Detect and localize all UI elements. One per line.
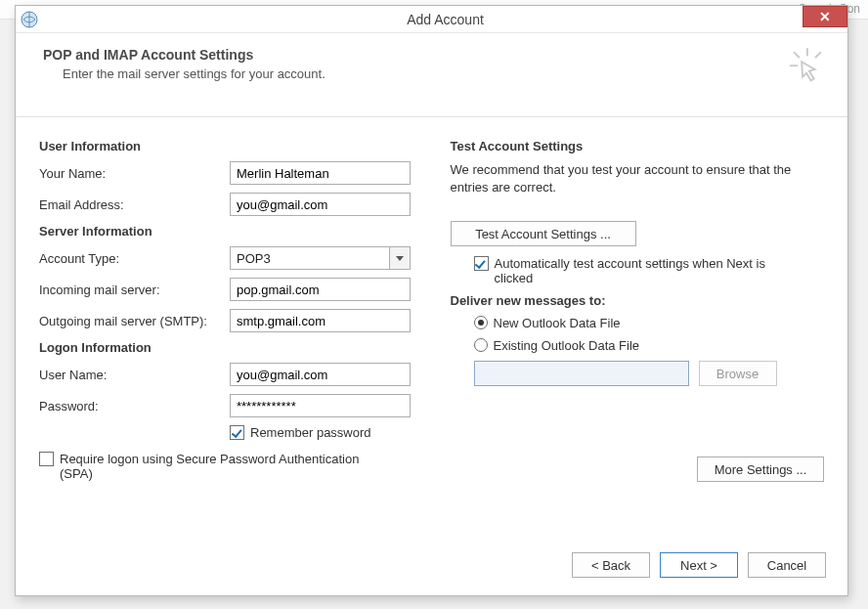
auto-test-label: Automatically test account settings when… bbox=[495, 256, 788, 285]
titlebar: Add Account ✕ bbox=[16, 6, 847, 33]
header-band: POP and IMAP Account Settings Enter the … bbox=[16, 33, 847, 117]
more-settings-button[interactable]: More Settings ... bbox=[697, 457, 824, 482]
auto-test-checkbox[interactable] bbox=[474, 256, 489, 271]
body: User Information Your Name: Email Addres… bbox=[16, 117, 847, 489]
next-button[interactable]: Next > bbox=[660, 552, 738, 578]
username-label: User Name: bbox=[39, 368, 230, 382]
spa-label: Require logon using Secure Password Auth… bbox=[60, 452, 382, 481]
header-subtitle: Enter the mail server settings for your … bbox=[63, 66, 820, 81]
server-info-heading: Server Information bbox=[39, 224, 413, 239]
username-input[interactable] bbox=[230, 363, 411, 386]
close-icon: ✕ bbox=[819, 9, 831, 24]
deliver-heading: Deliver new messages to: bbox=[451, 293, 825, 308]
account-type-select[interactable]: POP3 bbox=[230, 246, 411, 270]
close-button[interactable]: ✕ bbox=[803, 6, 847, 27]
left-column: User Information Your Name: Email Addres… bbox=[39, 133, 413, 489]
back-button[interactable]: < Back bbox=[572, 552, 650, 578]
chevron-down-icon bbox=[396, 256, 404, 261]
spa-checkbox[interactable] bbox=[39, 452, 54, 466]
incoming-server-input[interactable] bbox=[230, 278, 411, 301]
your-name-label: Your Name: bbox=[39, 166, 230, 181]
password-label: Password: bbox=[39, 399, 230, 413]
cancel-button[interactable]: Cancel bbox=[748, 552, 826, 578]
test-heading: Test Account Settings bbox=[451, 139, 825, 153]
add-account-dialog: Add Account ✕ POP and IMAP Account Setti… bbox=[15, 5, 848, 596]
deliver-new-label: New Outlook Data File bbox=[494, 316, 621, 330]
email-label: Email Address: bbox=[39, 197, 230, 212]
password-input[interactable] bbox=[230, 394, 411, 417]
your-name-input[interactable] bbox=[230, 161, 411, 185]
remember-password-checkbox[interactable] bbox=[230, 425, 244, 440]
header-title: POP and IMAP Account Settings bbox=[43, 47, 820, 63]
outgoing-server-input[interactable] bbox=[230, 309, 411, 332]
svg-line-4 bbox=[816, 53, 821, 58]
svg-line-2 bbox=[795, 53, 800, 58]
deliver-existing-label: Existing Outlook Data File bbox=[494, 338, 640, 353]
logon-info-heading: Logon Information bbox=[39, 340, 413, 355]
cursor-click-icon bbox=[783, 45, 828, 90]
account-type-label: Account Type: bbox=[39, 251, 230, 266]
outgoing-server-label: Outgoing mail server (SMTP): bbox=[39, 314, 230, 328]
test-desc: We recommend that you test your account … bbox=[451, 161, 825, 196]
test-account-button[interactable]: Test Account Settings ... bbox=[451, 221, 636, 246]
user-info-heading: User Information bbox=[39, 139, 413, 153]
dialog-title: Add Account bbox=[43, 12, 847, 27]
footer: < Back Next > Cancel bbox=[16, 543, 847, 595]
app-icon bbox=[16, 6, 43, 33]
email-input[interactable] bbox=[230, 193, 411, 216]
right-column: Test Account Settings We recommend that … bbox=[451, 133, 825, 489]
incoming-server-label: Incoming mail server: bbox=[39, 283, 230, 297]
account-type-dropdown-button[interactable] bbox=[389, 246, 411, 270]
deliver-existing-radio[interactable] bbox=[474, 338, 488, 352]
remember-password-label: Remember password bbox=[250, 425, 371, 440]
account-type-value: POP3 bbox=[230, 246, 389, 270]
browse-button: Browse bbox=[699, 361, 777, 386]
deliver-new-radio[interactable] bbox=[474, 316, 488, 329]
existing-file-input bbox=[474, 361, 689, 386]
